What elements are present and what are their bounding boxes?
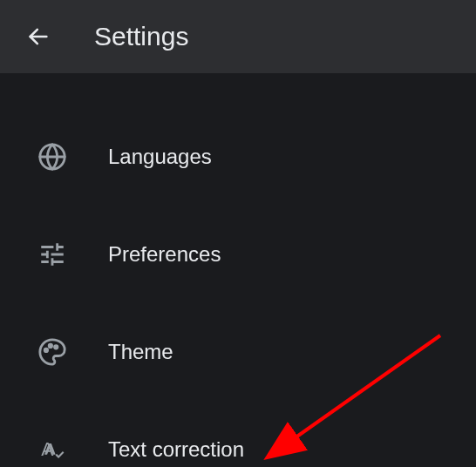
svg-point-4 bbox=[49, 344, 51, 347]
palette-icon bbox=[35, 335, 70, 369]
settings-item-label: Text correction bbox=[108, 437, 244, 462]
svg-text:A: A bbox=[41, 439, 54, 460]
page-title: Settings bbox=[94, 22, 188, 51]
settings-item-label: Preferences bbox=[108, 242, 221, 267]
sliders-icon bbox=[35, 237, 70, 272]
text-check-icon: A bbox=[35, 432, 70, 467]
svg-point-5 bbox=[55, 346, 58, 349]
back-arrow-icon bbox=[26, 24, 51, 49]
settings-item-label: Languages bbox=[108, 145, 212, 169]
globe-icon bbox=[35, 139, 70, 174]
settings-item-theme[interactable]: Theme bbox=[0, 303, 476, 401]
settings-item-languages[interactable]: Languages bbox=[0, 108, 476, 206]
settings-list: Languages Preferences Theme A bbox=[0, 73, 476, 467]
settings-item-label: Theme bbox=[108, 340, 173, 364]
back-button[interactable] bbox=[17, 16, 59, 58]
header-bar: Settings bbox=[0, 0, 476, 73]
settings-item-text-correction[interactable]: A Text correction bbox=[0, 401, 476, 467]
settings-item-preferences[interactable]: Preferences bbox=[0, 206, 476, 303]
svg-point-3 bbox=[44, 349, 47, 351]
